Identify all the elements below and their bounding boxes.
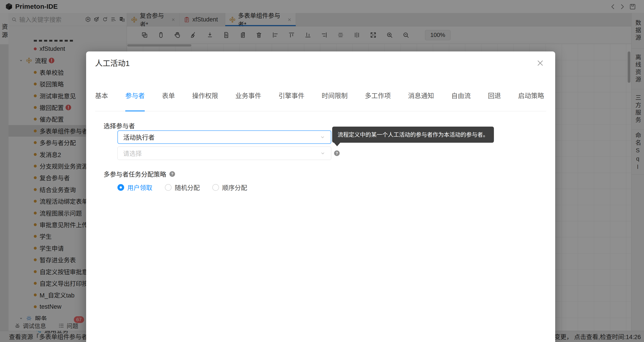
dialog-tab[interactable]: 时间限制 [322,90,348,100]
dialog-tab[interactable]: 基本 [95,90,108,100]
help-icon[interactable]: ? [169,171,176,177]
chevron-down-icon [320,134,326,140]
dialog-tab[interactable]: 多工作项 [365,90,391,100]
active-tab-underline [125,110,145,112]
activity-properties-dialog: 人工活动1 基本参与者表单操作权限业务事件引擎事件时间限制多工作项消息通知自由流… [86,52,555,342]
dialog-tab[interactable]: 操作权限 [192,90,218,100]
dialog-tab[interactable]: 参与者 [125,90,145,100]
tooltip-arrow [334,143,340,146]
svg-text:?: ? [336,151,338,156]
strategy-radio-group: 用户领取随机分配顺序分配 [118,183,247,192]
dialog-tabs: 基本参与者表单操作权限业务事件引擎事件时间限制多工作项消息通知自由流回退启动策略 [95,90,544,100]
dialog-tab[interactable]: 表单 [162,90,175,100]
strategy-radio[interactable]: 随机分配 [165,183,200,192]
participant-value-placeholder: 请选择 [123,149,142,158]
dialog-tab[interactable]: 引擎事件 [278,90,304,100]
dialog-tab[interactable]: 消息通知 [408,90,434,100]
participant-type-value: 活动执行者 [123,133,154,142]
radio-icon [118,184,124,191]
radio-label: 随机分配 [175,183,200,192]
strategy-label: 多参与者任务分配策略 [104,170,166,178]
strategy-radio[interactable]: 用户领取 [118,183,152,192]
tooltip: 流程定义中的某一个人工活动的参与者作为本活动的参与者。 [332,126,494,143]
participant-section-label: 选择参与者 [104,121,135,130]
dialog-tab[interactable]: 业务事件 [235,90,261,100]
participant-type-select[interactable]: 活动执行者 [118,130,331,144]
tabs-divider [95,111,546,112]
chevron-down-icon [320,150,326,156]
strategy-radio[interactable]: 顺序分配 [212,183,247,192]
dialog-tab[interactable]: 回退 [488,90,501,100]
dialog-tab[interactable]: 自由流 [451,90,471,100]
radio-label: 顺序分配 [222,183,247,192]
svg-text:?: ? [171,172,173,176]
radio-icon [212,184,219,191]
radio-icon [165,184,172,191]
close-icon[interactable] [536,58,545,68]
participant-value-select[interactable]: 请选择 [118,146,331,160]
dialog-title: 人工活动1 [95,57,130,68]
strategy-row: 多参与者任务分配策略 ? [104,170,176,178]
radio-label: 用户领取 [127,183,152,192]
help-icon[interactable]: ? [334,150,340,156]
dialog-tab[interactable]: 启动策略 [518,90,544,100]
